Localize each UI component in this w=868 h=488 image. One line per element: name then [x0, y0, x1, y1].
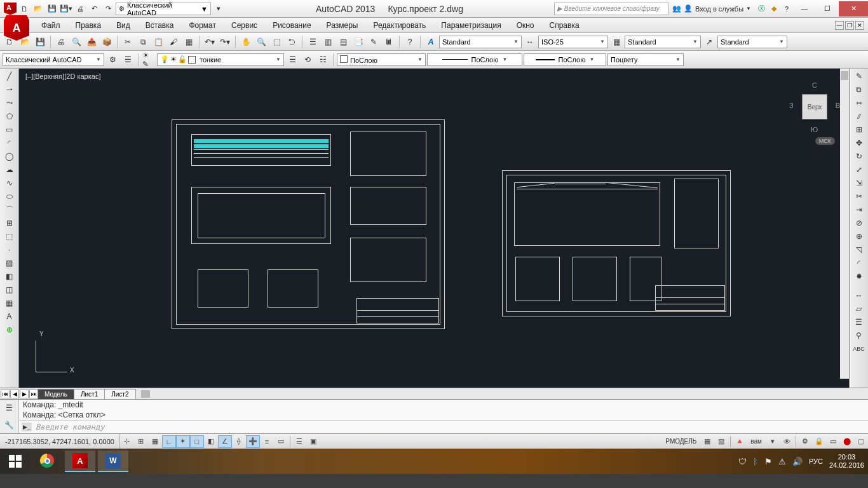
table-icon[interactable]: ▦	[2, 297, 17, 309]
annoauto-icon[interactable]: ▾	[766, 435, 780, 448]
viewport-label[interactable]: [–][Верхняя][2D каркас]	[25, 72, 100, 80]
annoscale-icon[interactable]: 🔺	[733, 435, 747, 448]
toolbar-lock-icon[interactable]: 🔒	[812, 435, 826, 448]
lwt-icon[interactable]: ≡	[260, 435, 274, 448]
cmd-wrench-icon[interactable]: 🔧	[2, 419, 17, 431]
menu-file[interactable]: Файл	[35, 20, 67, 31]
grid-icon[interactable]: ▦	[148, 435, 162, 448]
mleaderstyle-icon[interactable]: ↗	[702, 35, 716, 49]
tab-last-icon[interactable]: ⏭	[29, 390, 38, 398]
tab-model[interactable]: Модель	[37, 389, 74, 399]
find-icon[interactable]: ABC	[851, 342, 867, 355]
fillet-icon[interactable]: ◜	[851, 257, 867, 269]
tray-network-icon[interactable]: ⚠	[778, 457, 786, 466]
space-label[interactable]: РМОДЕЛЬ	[661, 438, 700, 445]
scrollbar-thumb[interactable]	[841, 71, 848, 80]
minimize-button[interactable]: —	[793, 1, 816, 17]
tray-language[interactable]: РУС	[809, 458, 823, 465]
layer-combo[interactable]: 💡 ☀ 🔓 тонкие ▼	[157, 53, 284, 66]
lineweight-combo[interactable]: ПоСлою▼	[524, 53, 606, 66]
dcenter-icon[interactable]: ▥	[321, 35, 335, 49]
viewcube-south[interactable]: Ю	[811, 126, 818, 133]
horizontal-scrollbar[interactable]	[140, 390, 841, 398]
mdi-minimize[interactable]: —	[835, 21, 844, 30]
redo-icon[interactable]: ↷▾	[218, 35, 232, 49]
start-button[interactable]	[0, 449, 31, 474]
exchange-icon[interactable]: Ⓧ	[755, 3, 768, 15]
chamfer-icon[interactable]: ◹	[851, 243, 867, 256]
close-button[interactable]: ✕	[839, 1, 868, 17]
plotstyle-combo[interactable]: Поцвету▼	[607, 53, 684, 66]
offset-icon[interactable]: ⫽	[851, 110, 867, 123]
circle-icon[interactable]: ◯	[2, 150, 17, 163]
ws-switch-icon[interactable]: ⚙	[798, 435, 812, 448]
text-style-combo[interactable]: Standard▼	[439, 36, 522, 48]
ellipsearc-icon[interactable]: ⌒	[2, 203, 17, 216]
qat-print-icon[interactable]: 🖨	[74, 3, 86, 15]
task-autocad[interactable]: A	[65, 451, 95, 472]
arc-icon[interactable]: ◜	[2, 137, 17, 149]
block-icon[interactable]: ▦	[182, 35, 196, 49]
save-icon[interactable]: 💾	[33, 35, 47, 49]
ducs-icon[interactable]: ⟠	[232, 435, 246, 448]
addsel-icon[interactable]: ⊕	[2, 323, 17, 336]
tab-layout1[interactable]: Лист1	[74, 389, 105, 399]
tray-bluetooth-icon[interactable]: ᛒ	[753, 457, 758, 466]
dist-icon[interactable]: ↔	[851, 289, 867, 302]
list-icon[interactable]: ☰	[851, 316, 867, 329]
viewcube-north[interactable]: С	[812, 81, 817, 89]
zoom-window-icon[interactable]: ⬚	[269, 35, 283, 49]
qat-save-icon[interactable]: 💾	[46, 3, 58, 15]
matchprop-icon[interactable]: 🖌	[166, 35, 180, 49]
polyline-icon[interactable]: ⤳	[2, 97, 17, 109]
signin-area[interactable]: 👥 👤 Вход в службы ▼	[668, 4, 755, 13]
region-icon[interactable]: ◫	[2, 283, 17, 296]
ellipse-icon[interactable]: ⬭	[2, 190, 17, 203]
quickview-dwg-icon[interactable]: ▧	[714, 435, 728, 448]
tray-shield-icon[interactable]: 🛡	[738, 457, 747, 466]
revcloud-icon[interactable]: ☁	[2, 163, 17, 176]
insert-icon[interactable]: ⊞	[2, 217, 17, 229]
cmd-history-icon[interactable]: ☰	[2, 402, 17, 414]
help2-icon[interactable]: ?	[403, 35, 417, 49]
join-icon[interactable]: ⊕	[851, 230, 867, 243]
extend-icon[interactable]: ⇥	[851, 203, 867, 216]
polygon-icon[interactable]: ⬠	[2, 110, 17, 123]
layer-prev-icon[interactable]: ⟲	[301, 53, 315, 67]
erase-icon[interactable]: ✎	[851, 70, 867, 83]
command-input[interactable]: ▶_ Введите команду	[19, 420, 868, 433]
menu-modify[interactable]: Редактировать	[367, 20, 432, 31]
task-chrome[interactable]	[32, 451, 62, 472]
qat-saveas-icon[interactable]: 💾▾	[60, 3, 72, 15]
layer-manager-icon[interactable]: ☀✎	[142, 53, 156, 67]
copy2-icon[interactable]: ⧉	[851, 83, 867, 96]
explode-icon[interactable]: ✸	[851, 270, 867, 283]
mdi-close[interactable]: ✕	[855, 21, 864, 30]
drawing-canvas[interactable]: [–][Верхняя][2D каркас]	[19, 69, 849, 388]
menu-view[interactable]: Вид	[110, 20, 137, 31]
qat-redo-icon[interactable]: ↷	[102, 3, 114, 15]
ucs-icon[interactable]: X Y	[29, 334, 74, 379]
wsettings-icon[interactable]: ⚙	[105, 53, 119, 67]
coordinates-readout[interactable]: -217165.3052, 47247.1601, 0.0000	[0, 434, 120, 449]
iso-objects-icon[interactable]: ⬤	[840, 435, 854, 448]
menu-window[interactable]: Окно	[510, 20, 541, 31]
tpy-icon[interactable]: ▭	[274, 435, 288, 448]
properties-icon[interactable]: ☰	[306, 35, 320, 49]
spline-icon[interactable]: ∿	[2, 177, 17, 189]
qat-open-icon[interactable]: 📂	[32, 3, 44, 15]
menu-help[interactable]: Справка	[543, 20, 586, 31]
menu-format[interactable]: Формат	[182, 20, 222, 31]
sc-icon[interactable]: ▣	[306, 435, 320, 448]
tab-layout2[interactable]: Лист2	[104, 389, 135, 399]
ucs-badge[interactable]: МСК	[815, 137, 835, 145]
tray-volume-icon[interactable]: 🔊	[792, 457, 803, 466]
linetype-combo[interactable]: ПоСлою▼	[427, 53, 522, 66]
markup-icon[interactable]: ✎	[367, 35, 381, 49]
trim-icon[interactable]: ✂	[851, 190, 867, 203]
menu-dimension[interactable]: Размеры	[320, 20, 365, 31]
zoom-prev-icon[interactable]: ⮌	[285, 35, 299, 49]
hardware-icon[interactable]: ▭	[826, 435, 840, 448]
polar-icon[interactable]: ✶	[176, 435, 190, 448]
app-menu-button[interactable]: A	[4, 15, 29, 41]
